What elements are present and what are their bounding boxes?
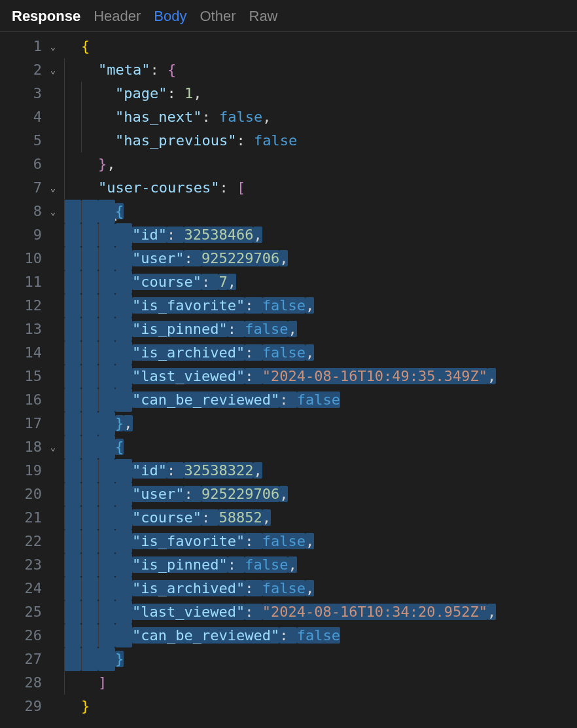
tab-raw[interactable]: Raw: [249, 8, 278, 25]
line-number: 18: [20, 435, 42, 459]
line-number: 26: [20, 624, 42, 647]
line-number: 29: [20, 695, 42, 718]
fold-icon[interactable]: ⌄: [46, 200, 60, 223]
line-number: 3: [20, 82, 42, 105]
line-number: 24: [20, 577, 42, 600]
line-number: 27: [20, 647, 42, 671]
response-tabs: Response Header Body Other Raw: [0, 0, 577, 32]
line-number: 14: [20, 341, 42, 365]
line-number: 21: [20, 506, 42, 530]
line-number: 12: [20, 294, 42, 318]
line-number: 5: [20, 129, 42, 153]
line-number: 2: [20, 58, 42, 82]
tab-other[interactable]: Other: [200, 8, 236, 25]
response-panel: Response Header Body Other Raw 1⌄ 2⌄ 3⌄ …: [0, 0, 577, 728]
line-number: 13: [20, 318, 42, 341]
panel-title: Response: [12, 8, 80, 25]
line-number: 8: [20, 200, 42, 223]
json-editor[interactable]: 1⌄ 2⌄ 3⌄ 4⌄ 5⌄ 6⌄ 7⌄ 8⌄ 9⌄ 10⌄ 11⌄ 12⌄ 1…: [0, 32, 577, 728]
line-number: 9: [20, 223, 42, 247]
line-number: 4: [20, 105, 42, 129]
line-gutter: 1⌄ 2⌄ 3⌄ 4⌄ 5⌄ 6⌄ 7⌄ 8⌄ 9⌄ 10⌄ 11⌄ 12⌄ 1…: [0, 35, 64, 728]
line-number: 15: [20, 365, 42, 388]
code-area[interactable]: { "meta": { "page": 1, "has_next": false…: [64, 35, 577, 728]
line-number: 16: [20, 388, 42, 412]
fold-icon[interactable]: ⌄: [46, 58, 60, 82]
line-number: 7: [20, 176, 42, 200]
fold-icon[interactable]: ⌄: [46, 35, 60, 58]
line-number: 20: [20, 482, 42, 506]
line-number: 17: [20, 412, 42, 435]
line-number: 25: [20, 600, 42, 624]
line-number: 19: [20, 459, 42, 482]
line-number: 10: [20, 247, 42, 270]
tab-header[interactable]: Header: [94, 8, 141, 25]
line-number: 22: [20, 530, 42, 553]
line-number: 11: [20, 270, 42, 294]
line-number: 23: [20, 553, 42, 577]
line-number: 28: [20, 671, 42, 695]
fold-icon[interactable]: ⌄: [46, 176, 60, 200]
fold-icon[interactable]: ⌄: [46, 435, 60, 459]
line-number: 1: [20, 35, 42, 58]
tab-body[interactable]: Body: [154, 8, 186, 25]
line-number: 6: [20, 153, 42, 176]
